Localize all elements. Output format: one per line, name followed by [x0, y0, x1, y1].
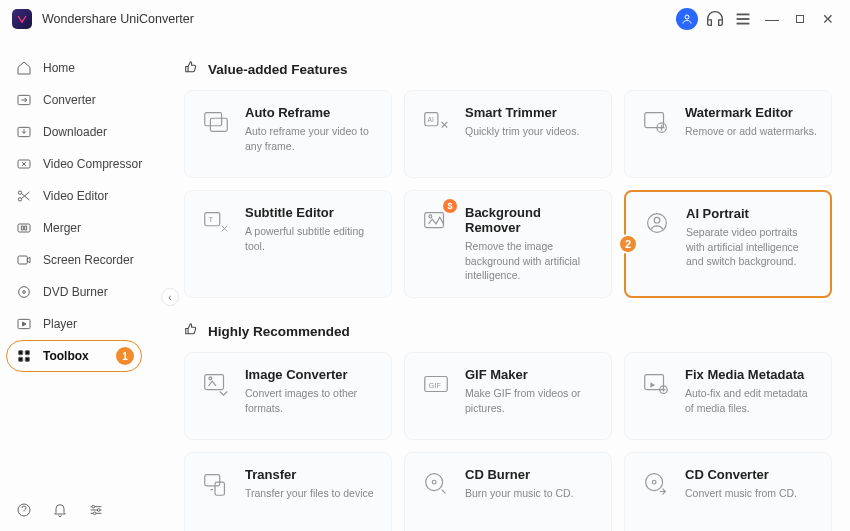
- sidebar-item-downloader[interactable]: Downloader: [0, 116, 170, 148]
- card-title: GIF Maker: [465, 367, 597, 382]
- sidebar-footer-icons: [15, 501, 105, 519]
- transfer-icon: [199, 467, 233, 501]
- card-smart-trimmer[interactable]: AI Smart TrimmerQuickly trim your videos…: [404, 90, 612, 178]
- card-title: Subtitle Editor: [245, 205, 377, 220]
- card-ai-portrait[interactable]: 2 AI PortraitSeparate video portraits wi…: [624, 190, 832, 298]
- thumbs-up-icon: [184, 60, 198, 78]
- svg-rect-16: [25, 351, 29, 355]
- portrait-icon: [640, 206, 674, 240]
- card-fix-metadata[interactable]: Fix Media MetadataAuto-fix and edit meta…: [624, 352, 832, 440]
- card-auto-reframe[interactable]: Auto ReframeAuto reframe your video to a…: [184, 90, 392, 178]
- card-background-remover[interactable]: $ Background RemoverRemove the image bac…: [404, 190, 612, 298]
- svg-point-34: [654, 217, 660, 223]
- minimize-button[interactable]: —: [762, 9, 782, 29]
- card-cd-converter[interactable]: CD ConverterConvert music from CD.: [624, 452, 832, 531]
- svg-rect-4: [797, 16, 804, 23]
- svg-rect-23: [205, 113, 222, 126]
- sidebar-item-label: Player: [43, 317, 77, 331]
- card-watermark-editor[interactable]: Watermark EditorRemove or add watermarks…: [624, 90, 832, 178]
- sidebar-item-converter[interactable]: Converter: [0, 84, 170, 116]
- titlebar: Wondershare UniConverter — ✕: [0, 0, 850, 38]
- sidebar-item-video-editor[interactable]: Video Editor: [0, 180, 170, 212]
- card-title: Background Remover: [465, 205, 597, 235]
- bell-icon[interactable]: [51, 501, 69, 519]
- reframe-icon: [199, 105, 233, 139]
- app-title: Wondershare UniConverter: [42, 12, 194, 26]
- sidebar-item-video-compressor[interactable]: Video Compressor: [0, 148, 170, 180]
- sidebar-item-screen-recorder[interactable]: Screen Recorder: [0, 244, 170, 276]
- card-image-converter[interactable]: Image ConverterConvert images to other f…: [184, 352, 392, 440]
- dollar-badge: $: [443, 199, 457, 213]
- card-cd-burner[interactable]: CD BurnerBurn your music to CD.: [404, 452, 612, 531]
- converter-icon: [15, 91, 33, 109]
- sidebar-item-merger[interactable]: Merger: [0, 212, 170, 244]
- headset-icon[interactable]: [704, 8, 726, 30]
- sidebar-item-home[interactable]: Home: [0, 52, 170, 84]
- card-transfer[interactable]: TransferTransfer your files to device: [184, 452, 392, 531]
- card-subtitle-editor[interactable]: T Subtitle EditorA powerful subtitle edi…: [184, 190, 392, 298]
- maximize-button[interactable]: [790, 9, 810, 29]
- thumbs-up-icon: [184, 322, 198, 340]
- help-icon[interactable]: [15, 501, 33, 519]
- scissors-icon: [15, 187, 33, 205]
- cd-convert-icon: [639, 467, 673, 501]
- collapse-sidebar-button[interactable]: ‹: [161, 288, 179, 306]
- sidebar-item-label: DVD Burner: [43, 285, 108, 299]
- card-title: Image Converter: [245, 367, 377, 382]
- highlight-badge: 2: [618, 234, 638, 254]
- svg-point-36: [209, 377, 212, 380]
- card-title: Fix Media Metadata: [685, 367, 817, 382]
- recorder-icon: [15, 251, 33, 269]
- toolbox-icon: [15, 347, 33, 365]
- svg-point-32: [429, 215, 432, 218]
- sidebar-badge: 1: [116, 347, 134, 365]
- svg-point-12: [19, 287, 30, 298]
- metadata-icon: [639, 367, 673, 401]
- svg-point-46: [652, 480, 656, 484]
- card-title: Smart Trimmer: [465, 105, 597, 120]
- svg-rect-11: [18, 256, 27, 264]
- card-desc: Convert images to other formats.: [245, 386, 377, 415]
- download-icon: [15, 123, 33, 141]
- card-desc: Burn your music to CD.: [465, 486, 597, 501]
- sidebar-item-label: Merger: [43, 221, 81, 235]
- compress-icon: [15, 155, 33, 173]
- close-button[interactable]: ✕: [818, 9, 838, 29]
- card-gif-maker[interactable]: GIF GIF MakerMake GIF from videos or pic…: [404, 352, 612, 440]
- card-desc: Auto-fix and edit metadata of media file…: [685, 386, 817, 415]
- card-desc: Transfer your files to device: [245, 486, 377, 501]
- gif-icon: GIF: [419, 367, 453, 401]
- svg-point-13: [23, 291, 26, 294]
- sidebar-item-dvd-burner[interactable]: DVD Burner: [0, 276, 170, 308]
- merger-icon: [15, 219, 33, 237]
- card-title: Transfer: [245, 467, 377, 482]
- settings-sliders-icon[interactable]: [87, 501, 105, 519]
- sidebar-item-label: Home: [43, 61, 75, 75]
- sidebar-item-toolbox[interactable]: Toolbox 1: [0, 340, 170, 372]
- card-title: Auto Reframe: [245, 105, 377, 120]
- home-icon: [15, 59, 33, 77]
- trimmer-icon: AI: [419, 105, 453, 139]
- image-convert-icon: [199, 367, 233, 401]
- menu-icon[interactable]: [732, 8, 754, 30]
- user-avatar-button[interactable]: [676, 8, 698, 30]
- sidebar-item-label: Downloader: [43, 125, 107, 139]
- cd-burn-icon: [419, 467, 453, 501]
- card-desc: Remove the image background with artific…: [465, 239, 597, 283]
- subtitle-icon: T: [199, 205, 233, 239]
- card-desc: Separate video portraits with artificial…: [686, 225, 816, 269]
- play-icon: [15, 315, 33, 333]
- card-title: AI Portrait: [686, 206, 816, 221]
- disc-icon: [15, 283, 33, 301]
- sidebar-item-player[interactable]: Player: [0, 308, 170, 340]
- card-desc: Auto reframe your video to any frame.: [245, 124, 377, 153]
- svg-rect-17: [19, 357, 23, 361]
- main-content: Value-added Features Auto ReframeAuto re…: [170, 38, 850, 531]
- recommended-grid: Image ConverterConvert images to other f…: [184, 352, 832, 531]
- section-header-value-added: Value-added Features: [184, 60, 832, 78]
- value-added-grid: Auto ReframeAuto reframe your video to a…: [184, 90, 832, 298]
- svg-point-43: [426, 474, 443, 491]
- section-title: Highly Recommended: [208, 324, 350, 339]
- app-logo: [12, 9, 32, 29]
- card-desc: Make GIF from videos or pictures.: [465, 386, 597, 415]
